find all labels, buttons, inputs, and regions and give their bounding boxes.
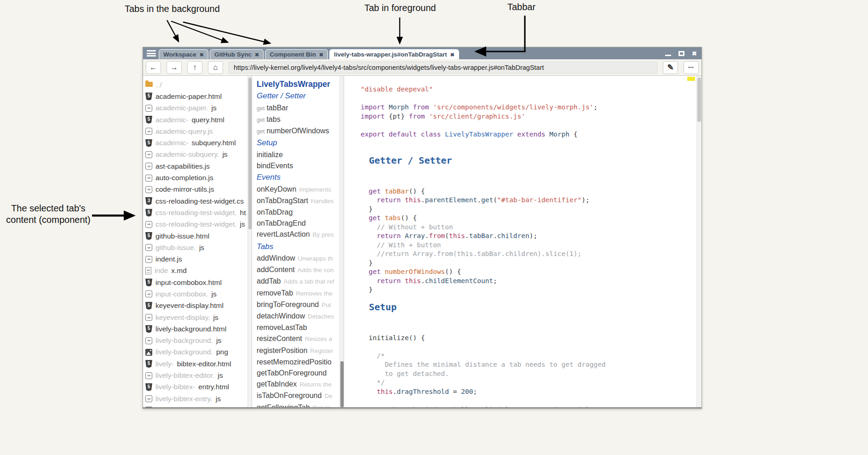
code-panel-scrollbar[interactable] bbox=[696, 76, 701, 407]
file-row[interactable]: lively-background.png bbox=[145, 347, 247, 358]
outline-item[interactable]: onTabDrag bbox=[257, 207, 339, 218]
code-line[interactable]: import {pt} from 'src/client/graphics.js… bbox=[361, 112, 701, 121]
file-row[interactable]: 3css-reloading-test-widget.cs bbox=[145, 195, 247, 207]
file-row[interactable]: </>academic-query.js bbox=[145, 125, 247, 137]
code-line[interactable]: Defines the minimal distance a tab needs… bbox=[361, 360, 701, 370]
outline-item[interactable]: gettabs bbox=[257, 114, 339, 125]
code-line[interactable]: get numberOfWindows() { bbox=[361, 267, 701, 277]
scrollbar-thumb[interactable] bbox=[697, 78, 701, 122]
file-row[interactable]: </>code-mirror-utils.js bbox=[145, 184, 247, 195]
file-row[interactable]: </>css-reloading-test-widget.js bbox=[145, 219, 247, 230]
outline-item[interactable]: gettabBar bbox=[257, 102, 339, 114]
tab-close-icon[interactable]: ✖ bbox=[450, 52, 454, 58]
code-line[interactable]: to get detached. bbox=[361, 370, 701, 379]
outline-item[interactable]: resetMemoziredPositio bbox=[257, 357, 339, 368]
more-button[interactable]: ••• bbox=[684, 61, 699, 74]
outline-class-name[interactable]: LivelyTabsWrapper bbox=[257, 79, 339, 90]
code-line[interactable] bbox=[361, 396, 701, 405]
outline-item[interactable]: resizeContentResizes a bbox=[257, 333, 339, 345]
code-line[interactable]: // The tab window shall explicitly not c… bbox=[361, 405, 701, 408]
file-row[interactable]: 5github-issue.html bbox=[145, 230, 247, 242]
file-row[interactable]: 5lively-background.html bbox=[145, 323, 247, 335]
home-button[interactable]: ⌂ bbox=[208, 61, 223, 74]
file-row[interactable]: </>indent.js bbox=[145, 253, 247, 265]
code-line[interactable]: } bbox=[361, 259, 701, 268]
file-row[interactable]: 5keyevent-display.html bbox=[145, 300, 247, 312]
outline-item[interactable]: getFollowingTabReturn bbox=[257, 402, 339, 407]
code-line[interactable]: */ bbox=[361, 378, 701, 387]
code-line[interactable]: get tabs() { bbox=[361, 214, 701, 223]
minimize-button[interactable] bbox=[665, 55, 671, 56]
outline-item[interactable]: removeTabRemoves the bbox=[257, 288, 339, 299]
scrollbar-thumb[interactable] bbox=[248, 78, 252, 229]
tab-close-icon[interactable]: ✖ bbox=[200, 52, 204, 58]
code-line[interactable]: initialize() { bbox=[361, 334, 701, 343]
tab-background[interactable]: Component Bin✖ bbox=[265, 49, 328, 59]
file-row[interactable]: 5lively-bibtex-entry.html bbox=[145, 381, 247, 393]
outline-item[interactable]: isTabOnForegroundDe bbox=[257, 390, 339, 402]
tab-close-icon[interactable]: ✖ bbox=[319, 52, 323, 58]
outline-item[interactable]: detachWindowDetaches bbox=[257, 311, 339, 322]
code-line[interactable]: this.dragThreshold = 200; bbox=[361, 387, 701, 397]
file-row[interactable]: </>lively-bibtex-entry.js bbox=[145, 393, 247, 404]
back-button[interactable]: ← bbox=[146, 61, 161, 74]
code-line[interactable]: } bbox=[361, 285, 701, 295]
tab-background[interactable]: GitHub Sync✖ bbox=[210, 49, 264, 59]
code-line[interactable] bbox=[361, 342, 701, 352]
outline-item[interactable]: getTabOnForeground bbox=[257, 368, 339, 379]
file-row[interactable]: 5css-reloading-test-widget.ht bbox=[145, 207, 247, 218]
file-row[interactable]: 5input-combobox.html bbox=[145, 277, 247, 288]
outline-item[interactable]: removeLastTab bbox=[257, 322, 339, 333]
code-line[interactable]: /* bbox=[361, 352, 701, 361]
outline-category[interactable]: Setup bbox=[257, 137, 339, 149]
file-row[interactable]: </>ast-capabilities.js bbox=[145, 160, 247, 172]
tab-foreground[interactable]: lively-tabs-wrapper.js#onTabDragStart✖ bbox=[329, 49, 459, 59]
code-line[interactable]: return Array.from(this.tabBar.children); bbox=[361, 232, 701, 241]
file-row[interactable]: index.md bbox=[145, 265, 247, 277]
file-row[interactable]: </>keyevent-display.js bbox=[145, 312, 247, 323]
outline-item[interactable]: initialize bbox=[257, 149, 339, 160]
outline-item[interactable]: revertLastActionBy pres bbox=[257, 229, 339, 240]
outline-category[interactable]: Events bbox=[257, 171, 339, 184]
outline-panel-scrollbar[interactable] bbox=[339, 76, 344, 407]
up-button[interactable]: ↑ bbox=[187, 61, 202, 74]
code-line[interactable] bbox=[361, 121, 701, 130]
code-line[interactable]: get tabBar() { bbox=[361, 187, 701, 196]
code-line[interactable]: return this.parentElement.get("#tab-bar-… bbox=[361, 196, 701, 205]
tab-close-icon[interactable]: ✖ bbox=[255, 52, 259, 58]
code-line[interactable]: // With + button bbox=[361, 241, 701, 250]
code-editor[interactable]: "disable deepeval" import Morph from 'sr… bbox=[344, 76, 701, 407]
outline-item[interactable]: bindEvents bbox=[257, 160, 339, 171]
code-line[interactable]: } bbox=[361, 205, 701, 214]
tab-background[interactable]: Workspace✖ bbox=[159, 49, 208, 59]
outline-item[interactable]: onTabDragEnd bbox=[257, 218, 339, 229]
edit-button[interactable]: ✎ bbox=[663, 61, 678, 74]
scrollbar-thumb[interactable] bbox=[340, 361, 344, 407]
outline-item[interactable]: registerPositionRegister bbox=[257, 345, 339, 357]
menu-icon[interactable] bbox=[147, 50, 156, 57]
file-row[interactable]: 5academic-paper.html bbox=[145, 91, 247, 102]
file-row[interactable]: </>academic-paper.js bbox=[145, 102, 247, 114]
outline-item[interactable]: getTabIndexReturns the bbox=[257, 379, 339, 390]
outline-category[interactable]: Getter / Setter bbox=[257, 90, 339, 102]
close-window-button[interactable]: ✖ bbox=[692, 51, 697, 57]
url-input[interactable]: https://lively-kernel.org/lively4/lively… bbox=[229, 62, 657, 74]
outline-item[interactable]: addContentAdds the con bbox=[257, 264, 339, 276]
forward-button[interactable]: → bbox=[167, 61, 182, 74]
code-line[interactable]: return this.childElementCount; bbox=[361, 277, 701, 286]
file-row[interactable]: 5academic-subquery.html bbox=[145, 137, 247, 148]
file-row[interactable]: </>github-issue.js bbox=[145, 242, 247, 253]
file-row[interactable]: lively-bibtex-entry.png bbox=[145, 404, 247, 407]
outline-item[interactable]: addTabAdds a tab that ref bbox=[257, 276, 339, 287]
code-line[interactable] bbox=[361, 139, 701, 148]
code-line[interactable] bbox=[361, 94, 701, 103]
file-row[interactable]: </>lively-background.js bbox=[145, 335, 247, 347]
file-row[interactable]: </>lively-bibtex-editor.js bbox=[145, 370, 247, 381]
outline-item[interactable]: onKeyDownImplements bbox=[257, 184, 339, 195]
file-row[interactable]: </>auto-completion.js bbox=[145, 172, 247, 183]
file-row[interactable]: 5lively-bibtex-editor.html bbox=[145, 358, 247, 370]
file-row[interactable]: </>input-combobox.js bbox=[145, 288, 247, 300]
code-line[interactable]: // Without + button bbox=[361, 223, 701, 232]
code-line[interactable]: //return Array.from(this.tabBar.children… bbox=[361, 250, 701, 259]
file-row[interactable]: ../ bbox=[145, 79, 247, 91]
